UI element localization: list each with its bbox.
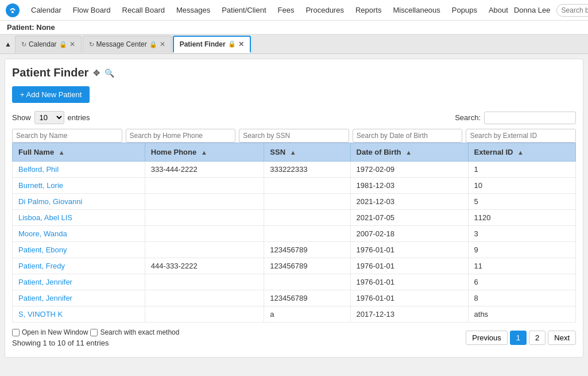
col-full-name[interactable]: Full Name ▲ bbox=[13, 143, 145, 162]
cell-ssn-6: 123456789 bbox=[264, 258, 350, 274]
nav-popups[interactable]: Popups bbox=[446, 0, 483, 21]
filter-phone-input[interactable] bbox=[126, 129, 236, 143]
app-logo bbox=[6, 3, 20, 17]
sort-icon-ext: ▲ bbox=[517, 149, 524, 156]
cell-name-6: Patient, Fredy bbox=[13, 258, 145, 274]
filter-dob-input[interactable] bbox=[353, 129, 463, 143]
patient-name-link-0[interactable]: Belford, Phil bbox=[18, 165, 59, 174]
tab-calendar-close[interactable]: ✕ bbox=[69, 40, 75, 48]
nav-reports[interactable]: Reports bbox=[350, 0, 388, 21]
table-row: Patient, Jennifer 123456789 1976-01-01 8 bbox=[13, 290, 576, 306]
patient-name-link-2[interactable]: Di Palmo, Giovanni bbox=[18, 197, 82, 206]
cell-name-7: Patient, Jennifer bbox=[13, 274, 145, 290]
page-1-button[interactable]: 1 bbox=[510, 331, 527, 345]
filter-row bbox=[12, 129, 576, 143]
cell-dob-5: 1976-01-01 bbox=[350, 242, 468, 258]
nav-fees[interactable]: Fees bbox=[272, 0, 300, 21]
collapse-button[interactable]: ▲ bbox=[5, 40, 11, 48]
next-button[interactable]: Next bbox=[548, 331, 576, 345]
patient-name-link-3[interactable]: Lisboa, Abel LIS bbox=[18, 213, 72, 222]
previous-button[interactable]: Previous bbox=[466, 331, 508, 345]
cell-dob-6: 1976-01-01 bbox=[350, 258, 468, 274]
page-title: Patient Finder bbox=[12, 66, 88, 79]
cell-phone-6: 444-333-2222 bbox=[145, 258, 264, 274]
search-small-icon[interactable]: 🔍 bbox=[105, 68, 114, 78]
sort-icon-dob: ▲ bbox=[405, 149, 412, 156]
cell-name-9: S, VINOTH K bbox=[13, 306, 145, 323]
patient-name-link-8[interactable]: Patient, Jennifer bbox=[18, 294, 72, 302]
filter-ssn-input[interactable] bbox=[239, 129, 349, 143]
cell-phone-8 bbox=[145, 290, 264, 306]
cell-ext-1: 10 bbox=[468, 178, 575, 194]
cell-ext-0: 1 bbox=[468, 162, 575, 178]
cell-ssn-2 bbox=[264, 194, 350, 210]
patient-table: Full Name ▲ Home Phone ▲ SSN ▲ Date of B… bbox=[12, 143, 576, 323]
patient-name-link-5[interactable]: Patient, Ebony bbox=[18, 245, 67, 254]
move-icon[interactable]: ✥ bbox=[93, 68, 100, 78]
nav-messages[interactable]: Messages bbox=[171, 0, 216, 21]
patient-label: Patient: None bbox=[7, 23, 55, 32]
cell-ssn-4 bbox=[264, 226, 350, 242]
patient-name-link-9[interactable]: S, VINOTH K bbox=[18, 310, 63, 319]
exact-method-checkbox[interactable] bbox=[90, 329, 98, 336]
cell-dob-1: 1981-12-03 bbox=[350, 178, 468, 194]
nav-items: Calendar Flow Board Recall Board Message… bbox=[25, 0, 514, 21]
cell-phone-2 bbox=[145, 194, 264, 210]
tab-patient-finder[interactable]: Patient Finder 🔒 ✕ bbox=[173, 36, 251, 53]
table-row: Belford, Phil 333-444-2222 333222333 197… bbox=[13, 162, 576, 178]
cell-name-2: Di Palmo, Giovanni bbox=[13, 194, 145, 210]
svg-point-1 bbox=[11, 11, 14, 13]
refresh-icon: ↻ bbox=[21, 41, 26, 48]
cell-ext-4: 3 bbox=[468, 226, 575, 242]
col-external-id[interactable]: External ID ▲ bbox=[468, 143, 575, 162]
patient-name-link-7[interactable]: Patient, Jennifer bbox=[18, 278, 72, 286]
tab-message-close[interactable]: ✕ bbox=[160, 40, 165, 48]
cell-ext-3: 1120 bbox=[468, 210, 575, 226]
nav-procedures[interactable]: Procedures bbox=[300, 0, 349, 21]
show-label: Show bbox=[12, 113, 31, 122]
exact-method-label: Search with exact method bbox=[100, 328, 179, 336]
col-ssn[interactable]: SSN ▲ bbox=[264, 143, 350, 162]
nav-flow-board[interactable]: Flow Board bbox=[67, 0, 117, 21]
col-dob[interactable]: Date of Birth ▲ bbox=[350, 143, 468, 162]
lock-icon-3: 🔒 bbox=[228, 40, 236, 48]
footer-checks: Open in New Window Search with exact met… bbox=[12, 328, 179, 336]
entries-select[interactable]: 10 25 50 100 bbox=[34, 111, 64, 124]
sort-icon-ssn: ▲ bbox=[290, 149, 296, 156]
cell-phone-5 bbox=[145, 242, 264, 258]
table-row: Lisboa, Abel LIS 2021-07-05 1120 bbox=[13, 210, 576, 226]
patient-name-link-4[interactable]: Moore, Wanda bbox=[18, 229, 67, 238]
page-2-button[interactable]: 2 bbox=[529, 331, 546, 345]
nav-miscellaneous[interactable]: Miscellaneous bbox=[387, 0, 446, 21]
cell-dob-3: 2021-07-05 bbox=[350, 210, 468, 226]
patient-name-link-6[interactable]: Patient, Fredy bbox=[18, 262, 65, 270]
nav-about[interactable]: About bbox=[483, 0, 514, 21]
tab-message-center[interactable]: ↻ Message Center 🔒 ✕ bbox=[83, 36, 172, 53]
table-search-input[interactable] bbox=[484, 112, 576, 124]
cell-phone-4 bbox=[145, 226, 264, 242]
cell-ssn-8: 123456789 bbox=[264, 290, 350, 306]
global-search-input[interactable] bbox=[562, 6, 588, 14]
patient-name-link-1[interactable]: Burnett, Lorie bbox=[18, 181, 63, 190]
cell-name-8: Patient, Jennifer bbox=[13, 290, 145, 306]
filter-external-id-input[interactable] bbox=[466, 129, 576, 143]
refresh-icon-2: ↻ bbox=[89, 41, 94, 48]
cell-phone-1 bbox=[145, 178, 264, 194]
filter-name-input[interactable] bbox=[12, 129, 122, 143]
nav-recall-board[interactable]: Recall Board bbox=[117, 0, 171, 21]
col-home-phone[interactable]: Home Phone ▲ bbox=[145, 143, 264, 162]
table-footer: Open in New Window Search with exact met… bbox=[12, 328, 576, 347]
tab-calendar[interactable]: ↻ Calendar 🔒 ✕ bbox=[15, 36, 82, 53]
cell-name-0: Belford, Phil bbox=[13, 162, 145, 178]
cell-ssn-7 bbox=[264, 274, 350, 290]
tab-patient-finder-close[interactable]: ✕ bbox=[238, 40, 244, 48]
add-new-patient-button[interactable]: + Add New Patient bbox=[12, 86, 90, 103]
table-row: S, VINOTH K a 2017-12-13 aths bbox=[13, 306, 576, 323]
global-search-box: 🔍 bbox=[556, 4, 588, 17]
table-controls: Show 10 25 50 100 entries Search: bbox=[12, 111, 576, 124]
nav-patient-client[interactable]: Patient/Client bbox=[216, 0, 272, 21]
open-new-window-checkbox[interactable] bbox=[12, 329, 20, 336]
nav-calendar[interactable]: Calendar bbox=[25, 0, 67, 21]
cell-ext-6: 11 bbox=[468, 258, 575, 274]
table-row: Di Palmo, Giovanni 2021-12-03 5 bbox=[13, 194, 576, 210]
